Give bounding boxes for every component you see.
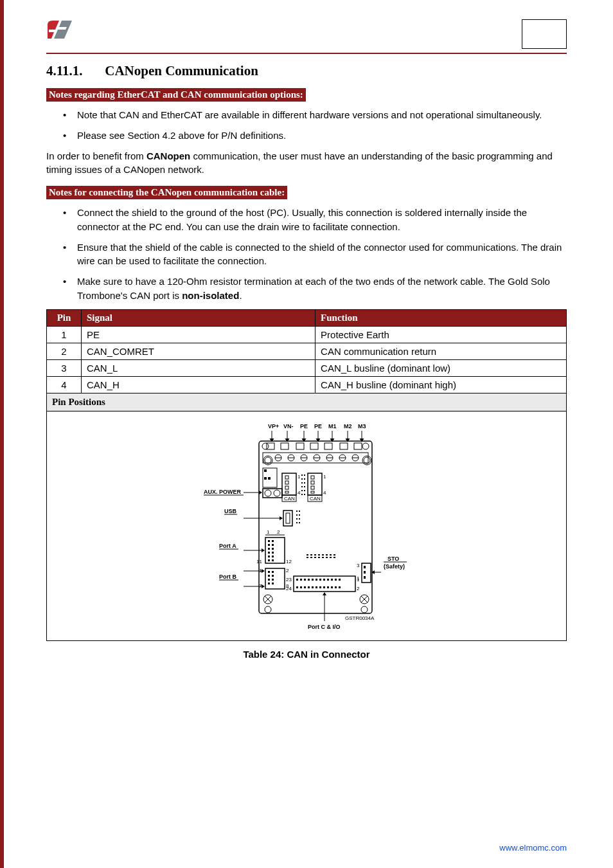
table-row: 4 CAN_H CAN_H busline (dominant high) — [47, 376, 567, 393]
connector-diagram: .lbl { font: 9px Arial, sans-serif; } .l… — [139, 422, 474, 634]
svg-rect-34 — [340, 443, 348, 449]
svg-rect-147 — [319, 586, 321, 588]
svg-rect-89 — [268, 548, 270, 550]
svg-rect-151 — [335, 586, 337, 588]
note-banner-1: Notes regarding EtherCAT and CAN communi… — [46, 88, 306, 102]
diagram-label: PE — [300, 423, 308, 429]
table-row: 1 PE Protective Earth — [47, 326, 567, 343]
svg-rect-112 — [306, 554, 308, 556]
svg-rect-117 — [326, 554, 328, 556]
diagram-cell: .lbl { font: 9px Arial, sans-serif; } .l… — [46, 411, 567, 641]
svg-rect-77 — [296, 518, 298, 520]
th-function: Function — [315, 309, 567, 326]
svg-rect-55 — [311, 491, 314, 493]
footer-link[interactable]: www.elmomc.com — [499, 843, 567, 853]
diagram-label: Port A — [219, 543, 236, 549]
svg-rect-128 — [294, 576, 355, 592]
svg-rect-145 — [312, 586, 314, 588]
svg-rect-113 — [310, 554, 312, 556]
svg-rect-142 — [300, 586, 302, 588]
svg-rect-67 — [301, 490, 303, 491]
svg-rect-90 — [272, 548, 274, 550]
svg-rect-122 — [314, 557, 316, 558]
header-rule — [46, 53, 567, 54]
svg-rect-45 — [285, 481, 289, 484]
svg-text:4: 4 — [323, 490, 326, 496]
svg-rect-87 — [268, 544, 270, 546]
svg-rect-143 — [304, 586, 306, 588]
svg-point-42 — [274, 490, 280, 496]
svg-text:11: 11 — [256, 559, 262, 565]
svg-rect-105 — [272, 579, 274, 581]
paragraph-1: In order to benefit from CANopen communi… — [46, 149, 567, 177]
svg-rect-52 — [311, 476, 314, 479]
svg-rect-118 — [330, 554, 332, 556]
svg-rect-66 — [304, 486, 305, 487]
svg-text:1: 1 — [323, 474, 326, 480]
svg-rect-79 — [296, 522, 298, 523]
svg-point-9 — [362, 443, 369, 449]
svg-rect-35 — [354, 443, 362, 449]
svg-rect-121 — [310, 557, 312, 558]
svg-rect-126 — [330, 557, 332, 558]
svg-rect-100 — [268, 571, 270, 573]
svg-rect-92 — [272, 552, 274, 554]
svg-rect-39 — [268, 477, 271, 480]
svg-rect-129 — [296, 579, 298, 581]
diagram-label: PE — [314, 423, 322, 429]
svg-point-169 — [265, 606, 271, 613]
svg-rect-33 — [324, 443, 332, 449]
diagram-label: M3 — [358, 423, 366, 429]
svg-rect-157 — [362, 563, 371, 583]
svg-rect-85 — [268, 540, 270, 542]
svg-rect-65 — [301, 486, 303, 487]
svg-rect-80 — [299, 522, 300, 523]
section-title-text: CANopen Communication — [105, 63, 258, 78]
svg-rect-60 — [304, 475, 305, 476]
svg-rect-47 — [285, 491, 289, 493]
table-row: 2 CAN_COMRET CAN communication return — [47, 343, 567, 359]
svg-rect-54 — [311, 486, 314, 489]
th-pin: Pin — [47, 309, 82, 326]
svg-point-41 — [265, 490, 271, 496]
svg-rect-139 — [335, 579, 337, 581]
svg-rect-78 — [299, 518, 300, 520]
svg-rect-116 — [322, 554, 324, 556]
svg-rect-120 — [306, 557, 308, 558]
svg-rect-159 — [364, 571, 366, 574]
svg-rect-38 — [264, 477, 267, 480]
th-signal: Signal — [82, 309, 315, 326]
diagram-label: STO — [387, 556, 399, 562]
table-row: 3 CAN_L CAN_L busline (dominant low) — [47, 359, 567, 376]
svg-rect-43 — [282, 473, 296, 495]
diagram-label: Port B — [219, 574, 237, 580]
svg-rect-64 — [304, 482, 305, 484]
bullet-list-1: Note that CAN and EtherCAT are available… — [46, 108, 567, 143]
svg-rect-137 — [327, 579, 329, 581]
svg-rect-127 — [333, 557, 335, 558]
svg-rect-44 — [285, 476, 289, 479]
svg-rect-160 — [364, 576, 366, 579]
svg-text:2: 2 — [286, 568, 289, 574]
svg-rect-106 — [268, 583, 270, 584]
svg-rect-134 — [315, 579, 317, 581]
svg-rect-59 — [301, 475, 303, 476]
diagram-label: VP+ — [268, 423, 279, 429]
pin-positions-header: Pin Positions — [46, 393, 567, 411]
svg-rect-123 — [318, 557, 320, 558]
svg-rect-148 — [323, 586, 325, 588]
svg-rect-46 — [285, 486, 289, 489]
note-banner-2: Notes for connecting the CANopen communi… — [46, 186, 287, 199]
svg-rect-138 — [331, 579, 333, 581]
svg-text:1: 1 — [357, 575, 360, 581]
svg-rect-40 — [263, 489, 282, 498]
svg-rect-69 — [301, 494, 303, 495]
list-item: Connect the shield to the ground of the … — [63, 206, 567, 234]
svg-rect-32 — [310, 443, 318, 449]
svg-rect-95 — [268, 559, 270, 561]
svg-rect-73 — [296, 511, 298, 512]
svg-text:1: 1 — [267, 529, 270, 535]
svg-rect-86 — [272, 540, 274, 542]
pin-table: Pin Signal Function 1 PE Protective Eart… — [46, 309, 567, 393]
svg-rect-133 — [312, 579, 314, 581]
